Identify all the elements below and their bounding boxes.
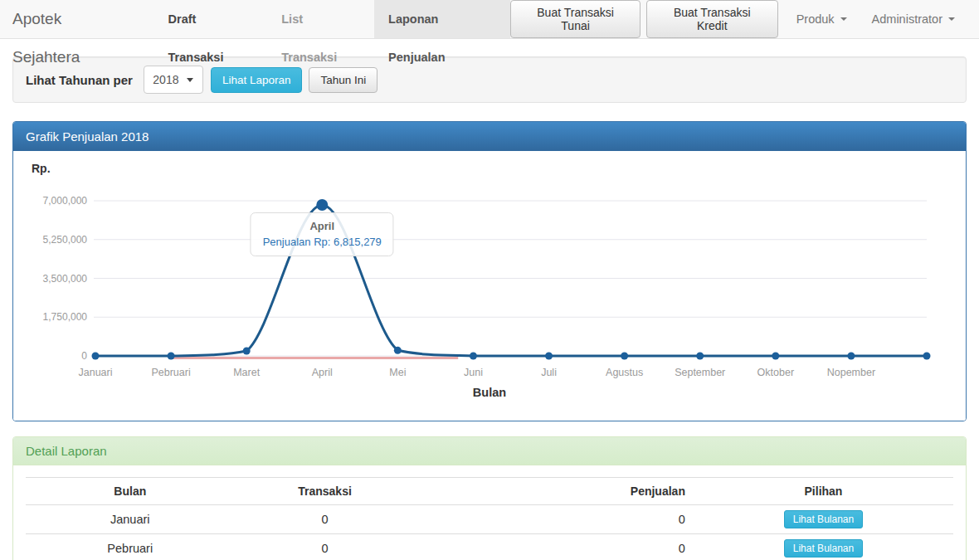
- administrator-dropdown[interactable]: Administrator: [860, 12, 967, 26]
- chart-canvas[interactable]: 01,750,0003,500,0005,250,0007,000,000Jan…: [26, 163, 953, 381]
- main-nav: Draft Transaksi List Transaksi Laponan P…: [154, 0, 511, 38]
- svg-text:1,750,000: 1,750,000: [43, 311, 88, 323]
- produk-dropdown-label: Produk: [796, 12, 835, 26]
- nav-item-list-transaksi[interactable]: List Transaksi: [267, 0, 374, 38]
- chart-tooltip: April Penjualan Rp: 6,815,279: [251, 212, 394, 256]
- buat-transaksi-kredit-button[interactable]: Buat Transaksi Kredit: [646, 0, 778, 38]
- svg-text:Maret: Maret: [233, 367, 260, 378]
- detail-panel-title: Detail Laporan: [13, 437, 966, 465]
- buat-transaksi-tunai-button[interactable]: Buat Transaksi Tunai: [510, 0, 640, 38]
- cell-penjualan: 0: [416, 534, 694, 560]
- detail-report-panel: Detail Laporan Bulan Transaksi Penjualan…: [12, 436, 967, 560]
- lihat-laporan-button[interactable]: Lihat Laporan: [211, 67, 303, 93]
- year-filter-bar: Lihat Tahunan per 2018 Lihat Laporan Tah…: [12, 56, 967, 103]
- caret-down-icon: [948, 17, 955, 21]
- caret-down-icon: [187, 78, 193, 82]
- svg-text:5,250,000: 5,250,000: [43, 234, 88, 246]
- cell-bulan: Januari: [26, 505, 235, 534]
- caret-down-icon: [840, 17, 847, 21]
- tooltip-value: Penjualan Rp: 6,815,279: [263, 236, 382, 248]
- svg-text:Agustus: Agustus: [606, 367, 643, 378]
- svg-text:Pebruari: Pebruari: [151, 367, 190, 378]
- svg-text:3,500,000: 3,500,000: [43, 273, 88, 285]
- svg-text:April: April: [312, 367, 333, 378]
- produk-dropdown[interactable]: Produk: [784, 12, 860, 26]
- nav-item-laponan-penjualan[interactable]: Laponan Penjualan: [374, 0, 510, 38]
- svg-text:7,000,000: 7,000,000: [43, 195, 88, 207]
- chart-panel-body: Rp. 01,750,0003,500,0005,250,0007,000,00…: [13, 151, 966, 421]
- administrator-dropdown-label: Administrator: [872, 12, 942, 26]
- svg-text:Oktober: Oktober: [757, 367, 794, 378]
- monthly-report-table: Bulan Transaksi Penjualan Pilihan Januar…: [26, 477, 953, 560]
- svg-text:0: 0: [81, 350, 87, 362]
- header-bulan: Bulan: [26, 478, 235, 505]
- cell-transaksi: 0: [235, 505, 416, 534]
- svg-text:Juni: Juni: [464, 367, 483, 378]
- y-axis-title: Rp.: [32, 162, 51, 175]
- tahun-ini-button[interactable]: Tahun Ini: [309, 67, 377, 93]
- header-penjualan: Penjualan: [416, 478, 694, 505]
- year-select[interactable]: 2018: [144, 66, 203, 94]
- x-axis-title: Bulan: [26, 386, 953, 399]
- svg-text:Nopember: Nopember: [827, 367, 875, 378]
- table-row: Januari 0 0 Lihat Bulanan: [26, 505, 953, 534]
- svg-text:Mei: Mei: [389, 367, 406, 378]
- header-pilihan: Pilihan: [694, 478, 953, 505]
- app-brand[interactable]: Apotek Sejahtera: [0, 0, 144, 38]
- tooltip-month: April: [263, 220, 382, 232]
- header-transaksi: Transaksi: [235, 478, 416, 505]
- svg-text:Januari: Januari: [79, 367, 113, 378]
- cell-bulan: Pebruari: [26, 534, 235, 560]
- cell-transaksi: 0: [235, 534, 416, 560]
- top-navbar: Apotek Sejahtera Draft Transaksi List Tr…: [0, 0, 979, 39]
- year-select-value: 2018: [153, 73, 178, 86]
- cell-penjualan: 0: [416, 505, 694, 534]
- filter-label: Lihat Tahunan per: [26, 73, 133, 87]
- sales-chart-panel: Grafik Penjualan 2018 Rp. 01,750,0003,50…: [12, 121, 967, 421]
- svg-text:Juli: Juli: [541, 367, 557, 378]
- table-header-row: Bulan Transaksi Penjualan Pilihan: [26, 478, 953, 505]
- navbar-right: Buat Transaksi Tunai Buat Transaksi Kred…: [510, 0, 979, 38]
- chart-panel-title: Grafik Penjualan 2018: [13, 122, 966, 151]
- lihat-bulanan-button[interactable]: Lihat Bulanan: [784, 539, 863, 558]
- sales-line-chart[interactable]: Rp. 01,750,0003,500,0005,250,0007,000,00…: [26, 163, 953, 381]
- nav-item-draft-transaksi[interactable]: Draft Transaksi: [154, 0, 268, 38]
- table-row: Pebruari 0 0 Lihat Bulanan: [26, 534, 953, 560]
- detail-panel-body: Bulan Transaksi Penjualan Pilihan Januar…: [13, 465, 966, 560]
- svg-text:September: September: [675, 367, 725, 378]
- lihat-bulanan-button[interactable]: Lihat Bulanan: [784, 510, 863, 528]
